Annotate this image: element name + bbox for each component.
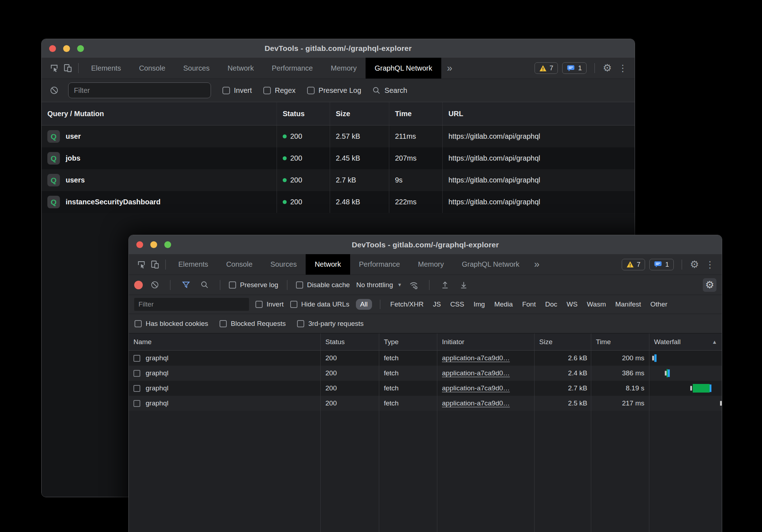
tab-performance[interactable]: Performance bbox=[350, 254, 409, 275]
tab-memory[interactable]: Memory bbox=[409, 254, 453, 275]
tab-sources[interactable]: Sources bbox=[174, 58, 218, 79]
preserve-log-checkbox[interactable] bbox=[307, 87, 315, 94]
has-blocked-cookies-checkbox[interactable] bbox=[135, 320, 142, 327]
initiator-link[interactable]: application-a7ca9d0… bbox=[442, 399, 510, 407]
filter-input[interactable] bbox=[68, 82, 211, 98]
tab-performance[interactable]: Performance bbox=[263, 58, 322, 79]
column-header-time[interactable]: Time bbox=[591, 333, 649, 350]
column-header-type[interactable]: Type bbox=[379, 333, 437, 350]
filter-chip-all[interactable]: All bbox=[356, 299, 372, 310]
tab-graphql-network[interactable]: GraphQL Network bbox=[366, 58, 441, 79]
clear-icon[interactable] bbox=[47, 84, 61, 97]
device-toolbar-icon[interactable] bbox=[61, 61, 75, 75]
filter-chip-font[interactable]: Font bbox=[522, 300, 536, 308]
invert-checkbox-group[interactable]: Invert bbox=[255, 300, 284, 308]
disable-cache-checkbox[interactable] bbox=[296, 281, 303, 289]
more-tabs-icon[interactable]: » bbox=[441, 63, 458, 73]
preserve-log-checkbox-group[interactable]: Preserve Log bbox=[307, 86, 361, 95]
tab-elements[interactable]: Elements bbox=[169, 254, 217, 275]
hide-data-urls-checkbox[interactable] bbox=[290, 301, 297, 308]
warnings-badge[interactable]: 7 bbox=[535, 62, 558, 74]
network-request-row[interactable]: graphql 200 fetch application-a7ca9d0… 2… bbox=[129, 366, 722, 381]
graphql-request-row[interactable]: Q users 200 2.7 kB 9s https://gitlab.com… bbox=[42, 169, 635, 191]
tab-console[interactable]: Console bbox=[130, 58, 174, 79]
row-checkbox[interactable] bbox=[133, 400, 140, 407]
column-header-status[interactable]: Status bbox=[277, 102, 330, 125]
throttling-dropdown[interactable]: No throttling ▼ bbox=[356, 281, 402, 289]
tab-graphql-network[interactable]: GraphQL Network bbox=[453, 254, 528, 275]
tab-network[interactable]: Network bbox=[306, 254, 350, 275]
filter-chip-js[interactable]: JS bbox=[433, 300, 441, 308]
title-bar[interactable]: DevTools - gitlab.com/-/graphql-explorer bbox=[129, 235, 722, 254]
initiator-link[interactable]: application-a7ca9d0… bbox=[442, 369, 510, 377]
export-har-icon[interactable] bbox=[457, 278, 470, 292]
network-request-row[interactable]: graphql 200 fetch application-a7ca9d0… 2… bbox=[129, 381, 722, 396]
warnings-badge[interactable]: 7 bbox=[622, 259, 645, 270]
disable-cache-checkbox-group[interactable]: Disable cache bbox=[296, 281, 350, 289]
title-bar[interactable]: DevTools - gitlab.com/-/graphql-explorer bbox=[42, 39, 635, 58]
network-filter-input[interactable] bbox=[134, 298, 249, 311]
invert-checkbox[interactable] bbox=[222, 87, 230, 94]
tab-sources[interactable]: Sources bbox=[262, 254, 306, 275]
network-request-row[interactable]: graphql 200 fetch application-a7ca9d0… 2… bbox=[129, 351, 722, 366]
record-button[interactable] bbox=[134, 281, 143, 289]
column-header-waterfall[interactable]: Waterfall ▲ bbox=[649, 333, 722, 350]
regex-checkbox-group[interactable]: Regex bbox=[263, 86, 296, 95]
initiator-link[interactable]: application-a7ca9d0… bbox=[442, 354, 510, 362]
filter-chip-doc[interactable]: Doc bbox=[545, 300, 557, 308]
filter-chip-img[interactable]: Img bbox=[474, 300, 485, 308]
third-party-requests-checkbox[interactable] bbox=[297, 320, 304, 327]
hide-data-urls-checkbox-group[interactable]: Hide data URLs bbox=[290, 300, 349, 308]
column-header-size[interactable]: Size bbox=[534, 333, 591, 350]
filter-chip-fetch-xhr[interactable]: Fetch/XHR bbox=[390, 300, 424, 308]
has-blocked-cookies-checkbox-group[interactable]: Has blocked cookies bbox=[135, 320, 208, 328]
search-icon[interactable] bbox=[198, 278, 211, 292]
filter-chip-ws[interactable]: WS bbox=[566, 300, 578, 308]
invert-checkbox[interactable] bbox=[255, 301, 263, 308]
filter-chip-media[interactable]: Media bbox=[494, 300, 513, 308]
tab-memory[interactable]: Memory bbox=[322, 58, 366, 79]
issues-badge[interactable]: 1 bbox=[649, 259, 674, 270]
column-header-query-mutation[interactable]: Query / Mutation bbox=[42, 102, 277, 125]
column-header-initiator[interactable]: Initiator bbox=[437, 333, 534, 350]
tab-console[interactable]: Console bbox=[217, 254, 261, 275]
regex-checkbox[interactable] bbox=[263, 87, 271, 94]
graphql-request-row[interactable]: Q instanceSecurityDashboard 200 2.48 kB … bbox=[42, 191, 635, 213]
graphql-request-row[interactable]: Q jobs 200 2.45 kB 207ms https://gitlab.… bbox=[42, 147, 635, 169]
row-checkbox[interactable] bbox=[133, 385, 140, 392]
inspect-element-icon[interactable] bbox=[47, 61, 61, 75]
graphql-request-row[interactable]: Q user 200 2.57 kB 211ms https://gitlab.… bbox=[42, 125, 635, 147]
filter-chip-wasm[interactable]: Wasm bbox=[587, 300, 606, 308]
column-header-size[interactable]: Size bbox=[330, 102, 389, 125]
blocked-requests-checkbox-group[interactable]: Blocked Requests bbox=[220, 320, 286, 328]
device-toolbar-icon[interactable] bbox=[148, 258, 162, 271]
filter-chip-other[interactable]: Other bbox=[650, 300, 668, 308]
column-header-name[interactable]: Name bbox=[129, 333, 320, 350]
search-button[interactable]: Search bbox=[372, 86, 407, 95]
filter-chip-css[interactable]: CSS bbox=[450, 300, 464, 308]
preserve-log-checkbox-group[interactable]: Preserve log bbox=[229, 281, 278, 289]
kebab-menu-icon[interactable]: ⋮ bbox=[616, 63, 630, 73]
third-party-requests-checkbox-group[interactable]: 3rd-party requests bbox=[297, 320, 363, 328]
tab-network[interactable]: Network bbox=[218, 58, 263, 79]
network-conditions-icon[interactable] bbox=[407, 278, 420, 292]
issues-badge[interactable]: 1 bbox=[562, 62, 587, 74]
clear-icon[interactable] bbox=[148, 278, 161, 292]
blocked-requests-checkbox[interactable] bbox=[220, 320, 227, 327]
column-header-url[interactable]: URL bbox=[442, 102, 635, 125]
column-header-status[interactable]: Status bbox=[320, 333, 379, 350]
invert-checkbox-group[interactable]: Invert bbox=[222, 86, 252, 95]
settings-gear-icon[interactable]: ⚙ bbox=[603, 63, 612, 73]
more-tabs-icon[interactable]: » bbox=[528, 260, 545, 269]
preserve-log-checkbox[interactable] bbox=[229, 281, 236, 289]
settings-gear-icon[interactable]: ⚙ bbox=[690, 260, 699, 270]
network-request-row[interactable]: graphql 200 fetch application-a7ca9d0… 2… bbox=[129, 396, 722, 411]
column-header-time[interactable]: Time bbox=[389, 102, 442, 125]
inspect-element-icon[interactable] bbox=[135, 258, 148, 271]
filter-chip-manifest[interactable]: Manifest bbox=[615, 300, 641, 308]
row-checkbox[interactable] bbox=[133, 355, 140, 362]
filter-funnel-icon[interactable] bbox=[179, 278, 193, 292]
initiator-link[interactable]: application-a7ca9d0… bbox=[442, 384, 510, 392]
network-settings-button[interactable]: ⚙ bbox=[703, 278, 716, 292]
kebab-menu-icon[interactable]: ⋮ bbox=[703, 260, 717, 269]
